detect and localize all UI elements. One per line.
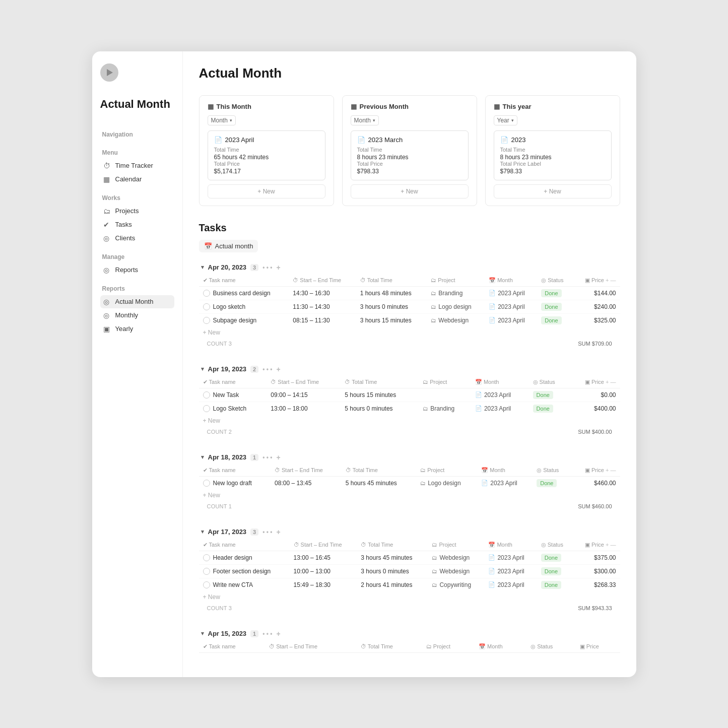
- more-col-icon[interactable]: —: [611, 467, 616, 473]
- task-checkbox[interactable]: [203, 554, 210, 561]
- sidebar-item-tasks[interactable]: ✔ Tasks: [100, 218, 174, 231]
- task-group-header[interactable]: ▾ Apr 20, 2023 3 • • • +: [199, 260, 620, 275]
- add-task-row[interactable]: + New: [199, 327, 620, 338]
- sidebar-item-monthly[interactable]: ◎ Monthly: [100, 309, 174, 322]
- task-table-empty: ✔Task name⏱Start – End Time⏱Total Time🗂P…: [199, 641, 620, 653]
- task-checkbox[interactable]: [203, 391, 210, 399]
- actual-month-tab[interactable]: 📅 Actual month: [199, 240, 258, 252]
- actual-month-icon: ◎: [103, 298, 111, 306]
- col-header-icon: ◎: [537, 467, 542, 473]
- add-task-btn[interactable]: +: [277, 630, 281, 638]
- this-year-new-btn[interactable]: + New: [494, 184, 612, 198]
- sidebar-item-yearly[interactable]: ▣ Yearly: [100, 322, 174, 336]
- task-checkbox[interactable]: [203, 568, 210, 575]
- this-month-header: ▦ This Month: [208, 103, 325, 110]
- month-icon: 📄: [488, 568, 495, 574]
- dot-menu-icon[interactable]: • • •: [262, 528, 272, 536]
- col-header-icon: ✔: [203, 542, 208, 548]
- task-checkbox[interactable]: [203, 303, 210, 310]
- add-task-row[interactable]: + New: [199, 490, 620, 501]
- task-name: Footer section design: [213, 568, 271, 575]
- table-row: Logo sketch11:30 – 14:303 hours 0 minute…: [199, 300, 620, 313]
- task-group-header[interactable]: ▾ Apr 17, 2023 3 • • • +: [199, 525, 620, 539]
- table-row: Footer section design10:00 – 13:003 hour…: [199, 564, 620, 578]
- status-badge: Done: [541, 581, 561, 589]
- col-header: ⏱Total Time: [357, 539, 428, 551]
- price-cell: $300.00: [573, 564, 620, 578]
- status-cell: Done: [537, 564, 573, 578]
- prev-month-title-icon: ▦: [351, 103, 357, 110]
- app-logo[interactable]: [100, 63, 174, 82]
- col-header: ⏱Total Time: [356, 275, 427, 287]
- previous-month-new-btn[interactable]: + New: [351, 184, 469, 198]
- col-header-icon: ⏱: [271, 379, 276, 385]
- table-row: Subpage design08:15 – 11:303 hours 15 mi…: [199, 313, 620, 327]
- task-groups: ▾ Apr 20, 2023 3 • • • + ✔Task name⏱Star…: [199, 260, 620, 653]
- add-task-btn[interactable]: +: [277, 453, 281, 461]
- task-name-cell: New Task: [199, 388, 267, 402]
- project-name: Webdesign: [439, 554, 470, 561]
- this-year-filter[interactable]: Year ▾: [494, 115, 517, 125]
- this-month-card: ▦ This Month Month ▾ 📄 2023 April Total …: [199, 95, 334, 206]
- dot-menu-icon[interactable]: • • •: [262, 264, 272, 271]
- more-col-icon[interactable]: —: [611, 542, 616, 548]
- task-checkbox[interactable]: [203, 480, 210, 487]
- this-month-total-time-label: Total Time: [214, 147, 319, 153]
- play-icon[interactable]: [100, 63, 118, 82]
- task-checkbox[interactable]: [203, 581, 210, 588]
- works-label: Works: [100, 194, 174, 202]
- more-col-icon[interactable]: —: [611, 277, 616, 283]
- dot-menu-icon[interactable]: • • •: [262, 630, 272, 637]
- add-task-row[interactable]: + New: [199, 591, 620, 603]
- price-cell: $144.00: [573, 286, 620, 300]
- month-icon: 📄: [488, 554, 495, 561]
- sidebar-item-clients[interactable]: ◎ Clients: [100, 232, 174, 245]
- previous-month-filter[interactable]: Month ▾: [351, 115, 379, 125]
- add-task-btn[interactable]: +: [277, 528, 281, 536]
- col-header: 🗂Project: [419, 376, 471, 388]
- task-name-cell: Footer section design: [199, 564, 290, 578]
- chevron-icon: ▾: [201, 454, 204, 460]
- sidebar-item-time-tracker[interactable]: ⏱ Time Tracker: [100, 159, 174, 172]
- time-range-cell: 08:00 – 13:45: [271, 476, 342, 490]
- add-task-btn[interactable]: +: [277, 263, 281, 272]
- add-col-icon[interactable]: +: [606, 277, 609, 283]
- task-group: ▾ Apr 15, 2023 1 • • • + ✔Task name⏱Star…: [199, 627, 620, 653]
- project-name: Branding: [438, 290, 462, 297]
- more-col-icon[interactable]: —: [611, 379, 616, 385]
- add-col-icon[interactable]: +: [606, 379, 609, 385]
- task-group-header[interactable]: ▾ Apr 15, 2023 1 • • • +: [199, 627, 620, 641]
- sidebar-item-calendar[interactable]: ▦ Calendar: [100, 173, 174, 186]
- status-cell: Done: [537, 551, 573, 564]
- sidebar-item-reports[interactable]: ◎ Reports: [100, 263, 174, 277]
- this-year-entry: 📄 2023 Total Time 8 hours 23 minutes Tot…: [494, 130, 612, 180]
- dot-menu-icon[interactable]: • • •: [262, 454, 272, 461]
- col-header: 🗂Project: [422, 641, 475, 653]
- month-icon: 📄: [475, 405, 482, 412]
- task-checkbox[interactable]: [203, 405, 210, 412]
- this-month-filter[interactable]: Month ▾: [208, 115, 236, 125]
- project-name: Logo design: [438, 303, 471, 310]
- this-month-new-btn[interactable]: + New: [208, 184, 325, 198]
- col-header-icon: ⏱: [360, 277, 366, 283]
- col-header-icon: ◎: [541, 277, 546, 283]
- prev-month-total-time-value: 8 hours 23 minutes: [357, 154, 462, 161]
- sidebar-item-projects[interactable]: 🗂 Projects: [100, 205, 174, 218]
- add-col-icon[interactable]: +: [606, 542, 609, 548]
- col-header-icon: 🗂: [431, 277, 436, 283]
- sidebar-item-label: Monthly: [115, 311, 139, 319]
- sidebar-item-actual-month[interactable]: ◎ Actual Month: [100, 295, 174, 308]
- dot-menu-icon[interactable]: • • •: [262, 366, 272, 373]
- add-col-icon[interactable]: +: [606, 467, 609, 473]
- col-header: ▣Price + —: [573, 275, 620, 287]
- previous-month-title: Previous Month: [360, 103, 409, 110]
- add-task-row[interactable]: + New: [199, 415, 620, 426]
- sidebar-item-label: Tasks: [115, 221, 132, 228]
- task-group-header[interactable]: ▾ Apr 19, 2023 2 • • • +: [199, 362, 620, 376]
- task-checkbox[interactable]: [203, 290, 210, 297]
- sidebar-item-label: Actual Month: [115, 298, 154, 305]
- add-task-btn[interactable]: +: [277, 365, 281, 373]
- status-badge: Done: [537, 479, 557, 487]
- task-checkbox[interactable]: [203, 317, 210, 324]
- task-group-header[interactable]: ▾ Apr 18, 2023 1 • • • +: [199, 450, 620, 465]
